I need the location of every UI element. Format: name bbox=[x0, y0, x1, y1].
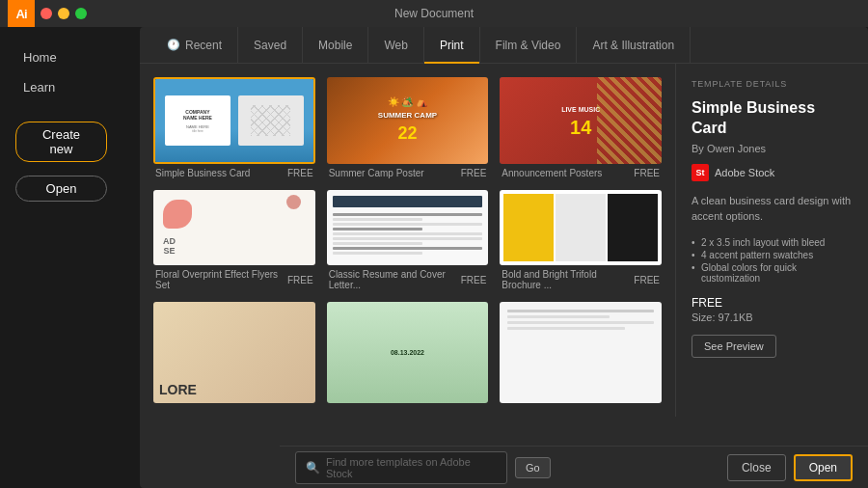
detail-bullet-2: 4 accent pattern swatches bbox=[692, 249, 853, 261]
tab-art-illustration[interactable]: Art & Illustration bbox=[577, 27, 691, 64]
template-thumb-lorem1: LORE bbox=[153, 302, 315, 403]
template-label-summer-camp: Summer Camp Poster FREE bbox=[327, 164, 489, 178]
traffic-light-fullscreen[interactable] bbox=[75, 8, 87, 19]
template-item-business-card[interactable]: COMPANYNAME HERE NAME HERE title here Si… bbox=[153, 77, 315, 178]
tab-mobile[interactable]: Mobile bbox=[303, 27, 368, 64]
template-thumb-announcement: LIVE MUSIC 14 bbox=[500, 77, 662, 164]
detail-section-label: TEMPLATE DETAILS bbox=[692, 79, 853, 89]
detail-size: Size: 97.1KB bbox=[692, 312, 853, 323]
template-item-lorem3[interactable] bbox=[500, 302, 662, 403]
detail-description: A clean business card design with accent… bbox=[692, 193, 853, 225]
template-item-brochure[interactable]: Bold and Bright Trifold Brochure ... FRE… bbox=[500, 190, 662, 291]
content-area: COMPANYNAME HERE NAME HERE title here Si… bbox=[140, 64, 868, 417]
tab-recent[interactable]: 🕐 Recent bbox=[151, 27, 238, 64]
search-area: 🔍 Find more templates on Adobe Stock Go bbox=[295, 451, 551, 484]
bc-back bbox=[238, 95, 304, 147]
detail-price: FREE bbox=[692, 296, 853, 310]
detail-author: By Owen Jones bbox=[692, 143, 853, 154]
template-label-business-card: Simple Business Card FREE bbox=[153, 164, 315, 178]
template-item-floral[interactable]: ADSE Floral Overprint Effect Flyers Set … bbox=[153, 190, 315, 291]
template-label-announcement: Announcement Posters FREE bbox=[500, 164, 662, 178]
sidebar: Home Learn Create new Open bbox=[0, 27, 140, 488]
tabs-row: 🕐 Recent Saved Mobile Web Print Film & V… bbox=[140, 27, 868, 64]
template-thumb-lorem2: 08.13.2022 bbox=[327, 302, 489, 403]
titlebar: Ai New Document bbox=[0, 0, 868, 27]
template-grid: COMPANYNAME HERE NAME HERE title here Si… bbox=[140, 64, 675, 417]
template-thumb-summer-camp: ☀️ 🏕️ ⛺ SUMMER CAMP 22 bbox=[327, 77, 489, 164]
app-icon: Ai bbox=[8, 0, 35, 27]
bottom-bar: 🔍 Find more templates on Adobe Stock Go … bbox=[280, 446, 868, 488]
bc-front: COMPANYNAME HERE NAME HERE title here bbox=[165, 95, 231, 147]
sidebar-item-home[interactable]: Home bbox=[15, 46, 124, 68]
close-button[interactable]: Close bbox=[727, 454, 786, 481]
template-thumb-resume bbox=[327, 190, 489, 266]
template-label-floral: Floral Overprint Effect Flyers Set FREE bbox=[153, 265, 315, 290]
template-item-lorem2[interactable]: 08.13.2022 bbox=[327, 302, 489, 403]
detail-bullets: 2 x 3.5 inch layout with bleed 4 accent … bbox=[692, 236, 853, 285]
lorem1-big: LORE bbox=[159, 382, 197, 397]
template-thumb-business-card: COMPANYNAME HERE NAME HERE title here bbox=[153, 77, 315, 164]
detail-bullet-1: 2 x 3.5 inch layout with bleed bbox=[692, 236, 853, 249]
sc-number: 22 bbox=[397, 123, 417, 144]
lorem2-date: 08.13.2022 bbox=[391, 349, 424, 356]
template-item-resume[interactable]: Classic Resume and Cover Letter... FREE bbox=[327, 190, 489, 291]
detail-bullet-3: Global colors for quick customization bbox=[692, 261, 853, 285]
tab-film-video[interactable]: Film & Video bbox=[480, 27, 578, 64]
create-new-button[interactable]: Create new bbox=[15, 122, 107, 162]
see-preview-button[interactable]: See Preview bbox=[692, 335, 776, 358]
clock-icon: 🕐 bbox=[167, 39, 180, 51]
fl-text: ADSE bbox=[159, 232, 179, 259]
go-button[interactable]: Go bbox=[515, 457, 551, 478]
sidebar-item-learn[interactable]: Learn bbox=[15, 76, 124, 98]
traffic-light-close[interactable] bbox=[41, 8, 52, 19]
template-item-summer-camp[interactable]: ☀️ 🏕️ ⛺ SUMMER CAMP 22 Summer Camp Poste… bbox=[327, 77, 489, 178]
search-box[interactable]: 🔍 Find more templates on Adobe Stock bbox=[295, 451, 507, 484]
adobe-stock-badge: St Adobe Stock bbox=[692, 164, 853, 181]
adobe-stock-icon: St bbox=[692, 164, 709, 181]
template-label-brochure: Bold and Bright Trifold Brochure ... FRE… bbox=[500, 265, 662, 290]
new-document-modal: 🕐 Recent Saved Mobile Web Print Film & V… bbox=[140, 27, 868, 488]
template-thumb-floral: ADSE bbox=[153, 190, 315, 266]
detail-title: Simple Business Card bbox=[692, 98, 853, 139]
template-label-resume: Classic Resume and Cover Letter... FREE bbox=[327, 265, 489, 290]
tab-saved[interactable]: Saved bbox=[238, 27, 303, 64]
open-document-button[interactable]: Open bbox=[794, 454, 853, 481]
search-placeholder-text: Find more templates on Adobe Stock bbox=[326, 456, 497, 479]
traffic-light-minimize[interactable] bbox=[58, 8, 69, 19]
template-item-announcement[interactable]: LIVE MUSIC 14 Announcement Posters FREE bbox=[500, 77, 662, 178]
ann-num: 14 bbox=[570, 117, 591, 139]
adobe-stock-label: Adobe Stock bbox=[715, 167, 774, 178]
sc-title: SUMMER CAMP bbox=[378, 111, 437, 120]
window-title: New Document bbox=[394, 7, 474, 20]
sc-icons: ☀️ 🏕️ ⛺ bbox=[388, 96, 428, 107]
tab-web[interactable]: Web bbox=[368, 27, 423, 64]
sidebar-open-button[interactable]: Open bbox=[15, 176, 107, 202]
detail-panel: TEMPLATE DETAILS Simple Business Card By… bbox=[675, 64, 868, 417]
template-item-lorem1[interactable]: LORE bbox=[153, 302, 315, 403]
tab-print[interactable]: Print bbox=[424, 27, 480, 64]
template-thumb-brochure bbox=[500, 190, 662, 266]
bottom-buttons: Close Open bbox=[727, 454, 853, 481]
template-thumb-lorem3 bbox=[500, 302, 662, 403]
search-icon: 🔍 bbox=[306, 461, 320, 474]
